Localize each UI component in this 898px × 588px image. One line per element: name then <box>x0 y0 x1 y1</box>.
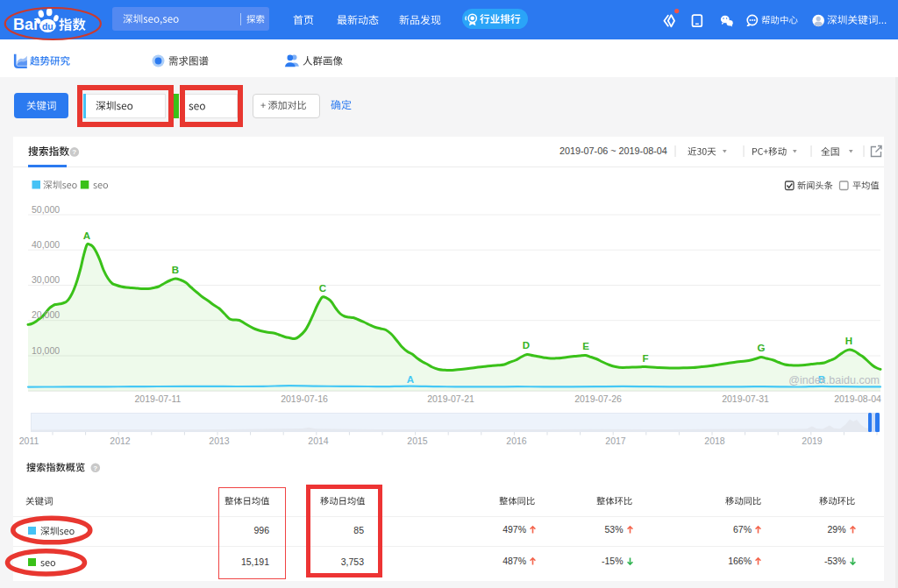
svg-text:du: du <box>42 21 53 32</box>
